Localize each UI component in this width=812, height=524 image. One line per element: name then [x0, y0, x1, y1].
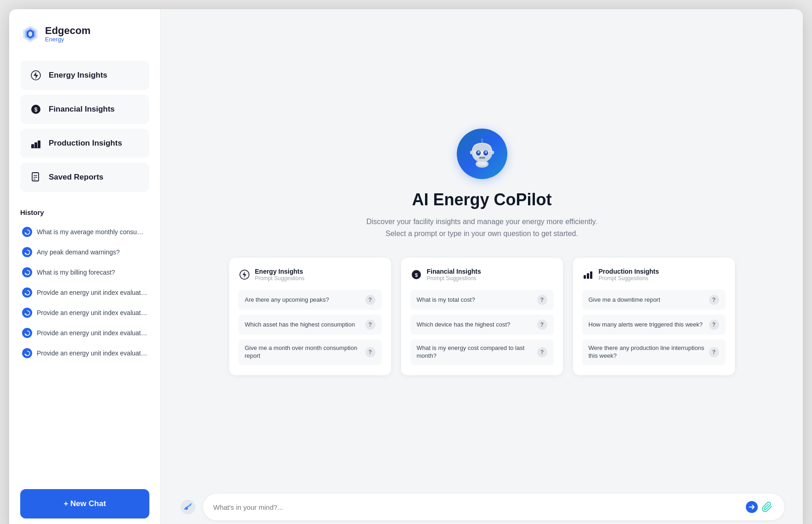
history-item[interactable]: What is my average monthly consumption?	[20, 223, 149, 241]
prompt-help-icon[interactable]: ?	[365, 295, 375, 305]
history-item-text: What is my average monthly consumption?	[37, 228, 148, 236]
history-dot-icon	[22, 287, 32, 298]
history-title: History	[20, 208, 149, 216]
card-subtitle: Prompt Suggestions	[255, 275, 305, 282]
app-container: Edgecom Energy Energy Insights	[9, 9, 803, 524]
card-title-block: Energy Insights Prompt Suggestions	[255, 268, 305, 282]
chat-area: AI Energy CoPilot Discover your facility…	[161, 9, 803, 485]
main-content: AI Energy CoPilot Discover your facility…	[161, 9, 803, 524]
sidebar-item-saved-reports[interactable]: Saved Reports	[20, 163, 149, 192]
history-item-text: Any peak demand warnings?	[37, 248, 120, 256]
prompt-item[interactable]: Which asset has the highest consumption …	[238, 315, 382, 335]
history-dot-icon	[22, 308, 32, 318]
prompt-item[interactable]: Are there any upcoming peaks? ?	[238, 290, 382, 310]
prompt-item[interactable]: What is my energy cost compared to last …	[410, 339, 554, 365]
brand-sub: Energy	[45, 36, 91, 43]
energy-insights-icon	[29, 69, 42, 82]
card-header: Energy Insights Prompt Suggestions	[238, 268, 382, 282]
logo-text: Edgecom Energy	[45, 25, 91, 43]
financial-insights-icon: $	[29, 103, 42, 116]
chat-input-wrap	[203, 494, 784, 520]
sidebar: Edgecom Energy Energy Insights	[9, 9, 161, 524]
history-item[interactable]: Provide an energy unit index evaluation	[20, 344, 149, 362]
prompt-help-icon[interactable]: ?	[537, 320, 547, 330]
card-subtitle: Prompt Suggestions	[599, 275, 659, 282]
svg-point-43	[188, 505, 190, 507]
card-title: Production Insights	[599, 268, 659, 275]
history-dot-icon	[22, 227, 32, 237]
prompt-text: Are there any upcoming peaks?	[245, 296, 362, 304]
chat-input[interactable]	[213, 503, 744, 511]
saved-reports-icon	[29, 171, 42, 184]
svg-point-23	[485, 152, 487, 153]
svg-rect-40	[590, 271, 592, 279]
history-dot-icon	[22, 328, 32, 338]
prompt-help-icon[interactable]: ?	[709, 320, 719, 330]
prompt-text: Give me a month over month consumption r…	[245, 344, 362, 360]
sidebar-item-financial-insights[interactable]: $ Financial Insights	[20, 95, 149, 124]
chat-input-area	[161, 485, 803, 524]
svg-rect-39	[587, 273, 589, 279]
card-title-block: Financial Insights Prompt Suggestions	[427, 268, 481, 282]
production-insights-icon	[29, 137, 42, 150]
saved-reports-label: Saved Reports	[49, 173, 103, 182]
history-section: History What is my average monthly consu…	[20, 208, 149, 489]
history-item-text: Provide an energy unit index evaluation	[37, 349, 148, 357]
prompt-help-icon[interactable]: ?	[537, 347, 547, 357]
svg-rect-10	[38, 141, 40, 148]
card-icon-production	[582, 269, 594, 281]
svg-text:$: $	[34, 107, 38, 113]
sidebar-item-energy-insights[interactable]: Energy Insights	[20, 61, 149, 90]
prompt-help-icon[interactable]: ?	[709, 295, 719, 305]
history-item[interactable]: What is my billing forecast?	[20, 263, 149, 282]
prompt-text: What is my total cost?	[417, 296, 534, 304]
card-header: $ Financial Insights Prompt Suggestions	[410, 268, 554, 282]
prompt-cards: Energy Insights Prompt Suggestions Are t…	[229, 258, 735, 375]
robot-svg	[464, 135, 500, 172]
svg-rect-38	[584, 275, 586, 279]
prompt-item[interactable]: Give me a downtime report ?	[582, 290, 726, 310]
send-button[interactable]	[744, 499, 760, 515]
prompt-item[interactable]: Give me a month over month consumption r…	[238, 339, 382, 365]
new-chat-button[interactable]: + New Chat	[20, 489, 149, 518]
svg-text:$: $	[415, 272, 417, 278]
prompt-text: How many alerts were triggered this week…	[589, 321, 705, 329]
chat-input-left-icon	[179, 498, 197, 516]
svg-rect-27	[483, 158, 485, 158]
prompt-item[interactable]: How many alerts were triggered this week…	[582, 315, 726, 335]
history-dot-icon	[22, 348, 32, 358]
history-item[interactable]: Provide an energy unit index evaluation	[20, 283, 149, 302]
svg-point-29	[481, 138, 483, 141]
card-title-block: Production Insights Prompt Suggestions	[599, 268, 659, 282]
svg-rect-31	[491, 151, 494, 154]
history-item-text: Provide an energy unit index evaluation	[37, 289, 148, 296]
svg-rect-33	[477, 162, 487, 165]
card-icon-financial: $	[410, 269, 422, 281]
prompt-text: Which device has the highest cost?	[417, 321, 534, 329]
nav-items: Energy Insights $ Financial Insights	[20, 61, 149, 192]
attach-button[interactable]	[760, 500, 774, 514]
prompt-item[interactable]: Which device has the highest cost? ?	[410, 315, 554, 335]
history-dot-icon	[22, 247, 32, 257]
card-header: Production Insights Prompt Suggestions	[582, 268, 726, 282]
history-item[interactable]: Provide an energy unit index evaluation	[20, 304, 149, 322]
prompt-help-icon[interactable]: ?	[365, 320, 375, 330]
prompt-item[interactable]: Were there any production line interrupt…	[582, 339, 726, 365]
svg-point-22	[478, 152, 479, 153]
history-item[interactable]: Provide an energy unit index evaluation	[20, 324, 149, 342]
brand-name: Edgecom	[45, 25, 91, 36]
history-item[interactable]: Any peak demand warnings?	[20, 243, 149, 261]
prompt-text: Give me a downtime report	[589, 296, 705, 304]
svg-rect-9	[34, 142, 37, 148]
prompt-item[interactable]: What is my total cost? ?	[410, 290, 554, 310]
prompt-help-icon[interactable]: ?	[709, 347, 719, 357]
svg-marker-5	[34, 72, 38, 79]
sidebar-item-production-insights[interactable]: Production Insights	[20, 129, 149, 158]
prompt-card-financial: $ Financial Insights Prompt Suggestions …	[401, 258, 563, 375]
history-list: What is my average monthly consumption? …	[20, 223, 149, 362]
production-insights-label: Production Insights	[49, 139, 122, 148]
prompt-help-icon[interactable]: ?	[537, 295, 547, 305]
logo-icon	[20, 24, 40, 44]
prompt-text: What is my energy cost compared to last …	[417, 344, 534, 360]
prompt-help-icon[interactable]: ?	[365, 347, 375, 357]
